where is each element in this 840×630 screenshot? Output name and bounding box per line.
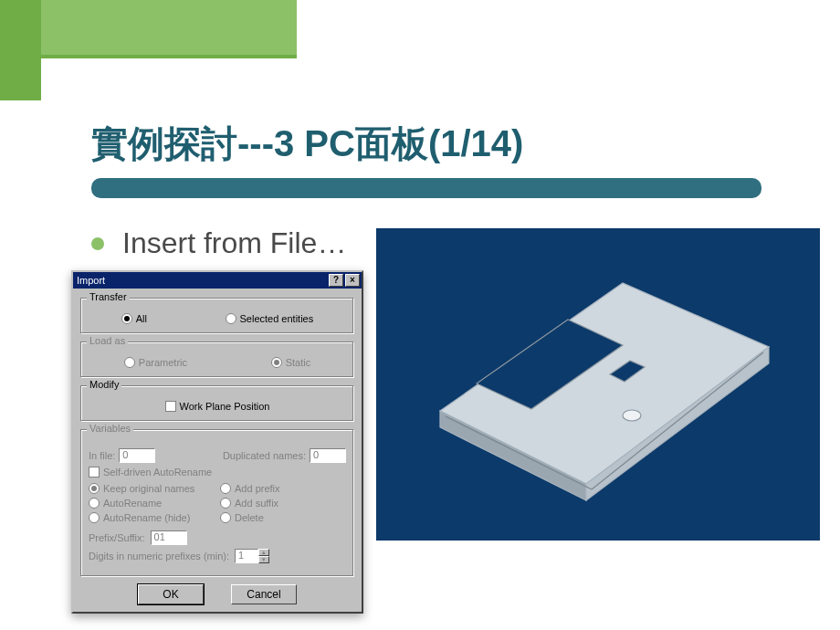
bullet-icon — [91, 237, 104, 250]
group-legend: Modify — [87, 379, 121, 390]
loadas-static-option: Static — [271, 357, 311, 368]
prefix-suffix-field: 01 — [151, 530, 187, 545]
svg-point-6 — [623, 410, 641, 421]
radio-icon — [220, 512, 231, 523]
option-label: Add prefix — [235, 483, 280, 494]
radio-icon — [89, 483, 100, 494]
prefix-suffix-label: Prefix/Suffix: — [89, 532, 145, 543]
add-prefix-option: Add prefix — [220, 483, 346, 494]
dialog-title: Import — [75, 275, 327, 286]
workplane-checkbox[interactable]: Work Plane Position — [165, 401, 270, 412]
option-label: Parametric — [139, 357, 187, 368]
bullet-text: Insert from File… — [122, 226, 346, 260]
transfer-group: Transfer All Selected entities — [80, 298, 354, 334]
modify-group: Modify Work Plane Position — [80, 385, 354, 422]
selfdriven-checkbox: Self-driven AutoRename — [89, 467, 212, 478]
bullet-item: Insert from File… — [91, 226, 346, 260]
group-legend: Load as — [87, 335, 128, 346]
digits-field: 1 — [235, 549, 258, 563]
checkbox-icon — [165, 401, 176, 412]
autorename-hide-option: AutoRename (hide) — [89, 512, 215, 523]
checkbox-label: Self-driven AutoRename — [103, 467, 212, 478]
loadas-parametric-option: Parametric — [124, 357, 187, 368]
infile-label: In file: — [89, 450, 115, 461]
option-label: Delete — [235, 512, 264, 523]
help-button[interactable]: ? — [329, 274, 343, 287]
option-label: AutoRename — [103, 498, 162, 509]
cancel-button[interactable]: Cancel — [231, 584, 297, 604]
option-label: All — [136, 313, 147, 324]
spin-down-icon: ▾ — [258, 556, 269, 563]
group-legend: Transfer — [87, 291, 130, 302]
checkbox-label: Work Plane Position — [180, 401, 270, 412]
dupnames-label: Duplicated names: — [223, 450, 306, 461]
slide-title: 實例探討---3 PC面板(1/14) — [91, 119, 712, 169]
group-legend: Variables — [87, 423, 133, 434]
dialog-titlebar[interactable]: Import ? × — [73, 272, 362, 289]
radio-icon — [124, 357, 135, 368]
deco-shape — [41, 55, 297, 58]
transfer-all-option[interactable]: All — [121, 313, 147, 324]
title-underline — [91, 178, 761, 198]
import-dialog: Import ? × Transfer All Selected entitie… — [71, 270, 363, 614]
radio-icon — [89, 498, 100, 509]
radio-icon — [271, 357, 282, 368]
deco-shape — [0, 0, 41, 100]
radio-icon — [89, 512, 100, 523]
deco-shape — [41, 0, 297, 55]
close-button[interactable]: × — [345, 274, 360, 287]
dupnames-field: 0 — [310, 448, 346, 463]
option-label: Selected entities — [240, 313, 314, 324]
variables-group: Variables In file: 0 Duplicated names: 0… — [80, 429, 354, 577]
cad-viewport — [376, 228, 820, 541]
checkbox-icon — [89, 467, 100, 478]
delete-option: Delete — [220, 512, 346, 523]
option-label: Static — [286, 357, 311, 368]
infile-field: 0 — [119, 448, 155, 463]
radio-icon — [121, 313, 132, 324]
option-label: Add suffix — [235, 498, 278, 509]
option-label: AutoRename (hide) — [103, 512, 190, 523]
transfer-selected-option[interactable]: Selected entities — [226, 313, 314, 324]
loadas-group: Load as Parametric Static — [80, 341, 354, 378]
spin-up-icon: ▴ — [258, 549, 269, 556]
keep-original-option: Keep original names — [89, 483, 215, 494]
radio-icon — [220, 483, 231, 494]
radio-icon — [226, 313, 236, 324]
ok-button[interactable]: OK — [138, 584, 204, 604]
add-suffix-option: Add suffix — [220, 498, 346, 509]
autorename-option: AutoRename — [89, 498, 215, 509]
option-label: Keep original names — [103, 483, 194, 494]
radio-icon — [220, 498, 231, 509]
digits-label: Digits in numeric prefixes (min): — [89, 551, 229, 562]
digits-spinner: 1 ▴ ▾ — [235, 549, 269, 563]
